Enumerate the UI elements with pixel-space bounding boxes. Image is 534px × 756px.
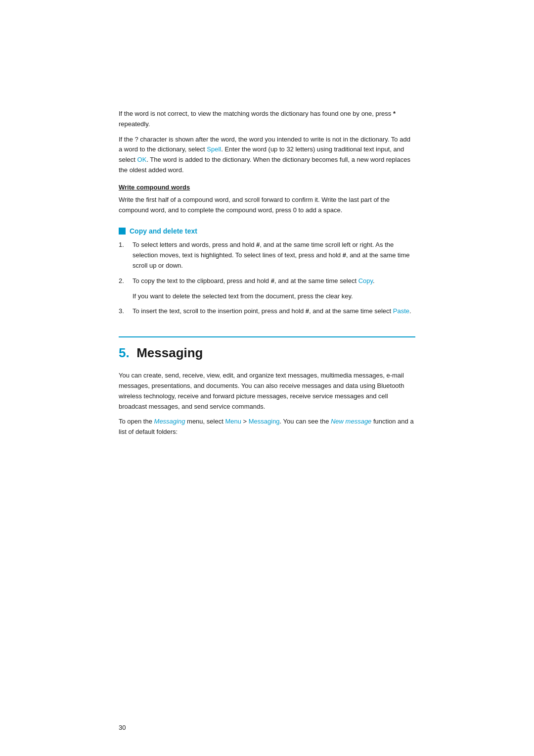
new-message-italic-link: New message bbox=[331, 418, 371, 425]
para-question-mark: If the ? character is shown after the wo… bbox=[119, 135, 415, 176]
chapter5-para1: You can create, send, receive, view, edi… bbox=[119, 371, 415, 412]
messaging-link[interactable]: Messaging bbox=[249, 418, 280, 425]
list-item: 3. To insert the text, scroll to the ins… bbox=[119, 306, 415, 317]
copy-delete-list-2: 3. To insert the text, scroll to the ins… bbox=[119, 306, 415, 317]
write-compound-heading: Write compound words bbox=[119, 184, 415, 191]
list-num: 3. bbox=[119, 306, 129, 317]
chapter-title: 5. Messaging bbox=[119, 345, 415, 361]
paste-link[interactable]: Paste bbox=[393, 307, 409, 315]
write-compound-para: Write the first half of a compound word,… bbox=[119, 195, 415, 216]
list-item-text: To select letters and words, press and h… bbox=[133, 240, 415, 271]
copy-link[interactable]: Copy bbox=[358, 277, 373, 284]
list-num: 2. bbox=[119, 276, 129, 286]
copy-delete-heading: Copy and delete text bbox=[130, 227, 197, 235]
list-item: 1. To select letters and words, press an… bbox=[119, 240, 415, 271]
list-num: 1. bbox=[119, 240, 129, 271]
page: If the word is not correct, to view the … bbox=[0, 0, 534, 756]
chapter-number: 5. bbox=[119, 345, 130, 360]
list-item-text: To copy the text to the clipboard, press… bbox=[133, 276, 375, 286]
page-number: 30 bbox=[119, 724, 126, 731]
chapter5-para2: To open the Messaging menu, select Menu … bbox=[119, 417, 415, 437]
copy-delete-heading-container: Copy and delete text bbox=[119, 227, 415, 235]
list-item-text: To insert the text, scroll to the insert… bbox=[133, 306, 411, 317]
intro-section: If the word is not correct, to view the … bbox=[119, 109, 415, 176]
messaging-italic-link: Messaging bbox=[154, 418, 185, 425]
blue-square-icon bbox=[119, 228, 126, 235]
ok-link[interactable]: OK bbox=[137, 156, 147, 163]
delete-note: If you want to delete the selected text … bbox=[133, 291, 415, 302]
chapter5-section: 5. Messaging You can create, send, recei… bbox=[119, 336, 415, 437]
copy-delete-section: Copy and delete text 1. To select letter… bbox=[119, 227, 415, 317]
spell-link[interactable]: Spell bbox=[207, 145, 221, 153]
menu-link[interactable]: Menu bbox=[225, 418, 241, 425]
write-compound-section: Write compound words Write the first hal… bbox=[119, 184, 415, 216]
list-item: 2. To copy the text to the clipboard, pr… bbox=[119, 276, 415, 286]
para-asterisk: If the word is not correct, to view the … bbox=[119, 109, 415, 130]
copy-delete-list: 1. To select letters and words, press an… bbox=[119, 240, 415, 286]
